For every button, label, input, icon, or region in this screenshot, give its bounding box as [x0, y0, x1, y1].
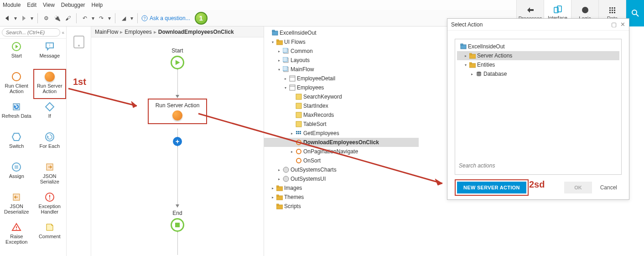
dropdown-icon[interactable]: ▾: [130, 14, 134, 23]
menu-view[interactable]: View: [43, 2, 55, 8]
svg-rect-36: [283, 48, 287, 52]
arrow-annotation-2: [196, 111, 452, 189]
svg-point-18: [12, 73, 21, 81]
tool-exception-handler[interactable]: Exception Handler: [33, 189, 67, 219]
tree-themes[interactable]: ▸Themes: [264, 193, 419, 202]
tool-raise-exception[interactable]: Raise Exception: [0, 219, 33, 250]
maximize-icon[interactable]: ▢: [611, 21, 617, 28]
tool-json-deserialize[interactable]: JSON Deserialize: [0, 189, 33, 219]
end-label: End: [172, 210, 182, 216]
select-action-dialog: Select Action ▢ ✕ ExcelInsideOut ▸Server…: [447, 18, 629, 200]
phone-icon[interactable]: [73, 36, 84, 48]
menu-module[interactable]: Module: [3, 2, 21, 8]
svg-rect-67: [461, 44, 463, 45]
tool-run-server[interactable]: Run Server Action: [33, 69, 67, 99]
tool-assign[interactable]: Assign: [0, 159, 33, 189]
cancel-button[interactable]: Cancel: [596, 182, 622, 193]
preview-column: [67, 26, 91, 256]
redo-icon[interactable]: ↷: [97, 14, 106, 23]
dlg-entities[interactable]: ▾Entities: [457, 60, 619, 69]
svg-rect-7: [614, 7, 615, 9]
tree-common[interactable]: ▸Common: [264, 47, 419, 56]
svg-rect-69: [469, 53, 472, 55]
step-badge-1: 1: [195, 12, 208, 25]
tool-refresh[interactable]: Refresh Data: [0, 99, 33, 129]
dlg-server-actions[interactable]: ▸Server Actions: [457, 51, 619, 60]
tool-message[interactable]: i Message: [33, 39, 67, 69]
dialog-search[interactable]: [457, 160, 619, 172]
svg-point-21: [12, 163, 21, 171]
menu-help[interactable]: Help: [92, 2, 103, 8]
dropdown-icon[interactable]: ▾: [30, 14, 34, 23]
rsa-label: Run Server Action: [156, 102, 200, 109]
bc-mainflow[interactable]: MainFlow: [95, 29, 118, 35]
tree-mainflow[interactable]: ▾MainFlow: [264, 65, 419, 74]
tree-startidx[interactable]: StartIndex: [264, 101, 419, 110]
tree-employees[interactable]: ▾Employees: [264, 83, 419, 92]
end-node[interactable]: [171, 218, 184, 232]
orange-ball-icon: [45, 72, 55, 82]
svg-line-73: [68, 89, 137, 106]
tool-start[interactable]: Start: [0, 39, 33, 69]
ask-question[interactable]: ? Ask a question...: [141, 15, 190, 21]
tool-json-serialize[interactable]: JSON Serialize: [33, 159, 67, 189]
ok-button[interactable]: OK: [564, 182, 592, 193]
svg-rect-71: [469, 63, 472, 64]
svg-marker-74: [131, 101, 137, 108]
annotation-2sd: 2sd: [529, 179, 545, 190]
svg-point-14: [632, 10, 637, 15]
megaphone-icon[interactable]: ◢: [119, 14, 128, 23]
tree-uiflows[interactable]: ▾UI Flows: [264, 37, 419, 47]
dropdown-icon[interactable]: ▾: [91, 14, 95, 23]
tool-switch[interactable]: Switch: [0, 129, 33, 159]
close-icon[interactable]: ✕: [620, 21, 625, 28]
new-server-action-button[interactable]: NEW SERVER ACTION: [457, 182, 526, 193]
tool-if[interactable]: If: [33, 99, 67, 129]
nav-back-icon[interactable]: [3, 14, 12, 23]
dialog-titlebar: Select Action ▢ ✕: [447, 19, 629, 31]
chevron-icon: ▸: [120, 29, 123, 35]
menu-edit[interactable]: Edit: [27, 2, 36, 8]
svg-rect-32: [272, 30, 275, 31]
bc-current: DownloadEmployeesOnClick: [158, 29, 234, 35]
dlg-database[interactable]: ▸Database: [457, 69, 619, 78]
svg-point-20: [46, 133, 54, 141]
svg-rect-9: [612, 10, 613, 11]
tree-root[interactable]: ExcelInsideOut: [264, 28, 419, 37]
menu-debugger[interactable]: Debugger: [61, 2, 85, 8]
tree-empdetail[interactable]: ▸EmployeeDetail: [264, 74, 419, 83]
svg-rect-38: [283, 57, 287, 62]
svg-rect-40: [283, 66, 287, 71]
tree-scripts[interactable]: Scripts: [264, 202, 419, 211]
gear-icon[interactable]: ⚙: [42, 14, 51, 23]
new-server-action-highlight: NEW SERVER ACTION: [455, 179, 529, 196]
dlg-root[interactable]: ExcelInsideOut: [457, 42, 619, 51]
tool-foreach[interactable]: For Each: [33, 129, 67, 159]
dropdown-icon[interactable]: ▾: [14, 14, 17, 23]
toolbox-search[interactable]: [2, 28, 60, 37]
tool-comment[interactable]: Comment: [33, 219, 67, 250]
tree-layouts[interactable]: ▸Layouts: [264, 56, 419, 65]
tool-run-client[interactable]: Run Client Action: [0, 69, 33, 99]
svg-rect-41: [290, 76, 295, 81]
svg-rect-10: [614, 10, 615, 11]
svg-line-75: [198, 114, 442, 183]
collapse-icon[interactable]: «: [62, 30, 64, 35]
nav-fwd-icon[interactable]: [19, 14, 28, 23]
svg-line-15: [636, 14, 639, 16]
add-node[interactable]: +: [173, 137, 182, 146]
plug-icon[interactable]: 🔌: [52, 14, 62, 23]
toolbox-panel: « Start i Message Run Client Action Run …: [0, 26, 67, 256]
svg-rect-34: [276, 40, 279, 41]
brush-icon[interactable]: 🖌: [63, 14, 73, 23]
tree-searchkw[interactable]: SearchKeyword: [264, 92, 419, 101]
svg-rect-12: [612, 12, 613, 13]
undo-icon[interactable]: ↶: [80, 14, 89, 23]
svg-text:i: i: [49, 43, 50, 47]
svg-point-28: [49, 199, 50, 199]
svg-point-30: [16, 229, 17, 230]
dialog-title: Select Action: [451, 21, 483, 28]
start-node[interactable]: [171, 56, 184, 69]
bc-employees[interactable]: Employees: [125, 29, 151, 35]
dropdown-icon[interactable]: ▾: [108, 14, 111, 23]
